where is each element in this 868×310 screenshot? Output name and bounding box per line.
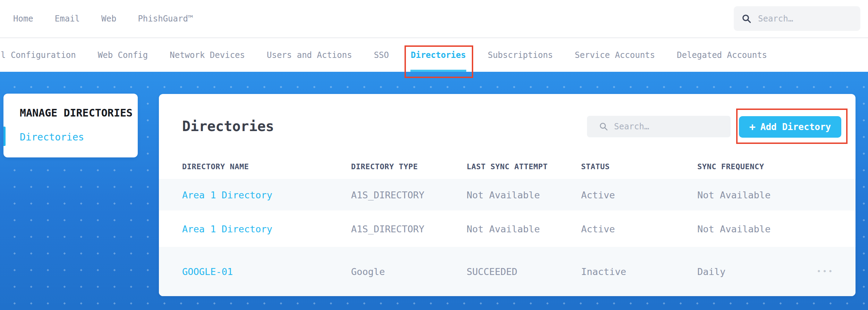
status-value: Inactive xyxy=(581,266,626,277)
tab-directories-label: Directories xyxy=(411,50,466,60)
column-header-last-sync-attempt: LAST SYNC ATTEMPT xyxy=(467,162,548,171)
sync-frequency-value: Daily xyxy=(697,266,725,277)
table-header-row: DIRECTORY NAME DIRECTORY TYPE LAST SYNC … xyxy=(159,156,856,176)
page-title: Directories xyxy=(182,118,274,134)
table-row: Area 1 Directory A1S_DIRECTORY Not Avail… xyxy=(159,179,856,210)
tab-subscriptions[interactable]: Subscriptions xyxy=(488,38,553,72)
sidebar-heading: MANAGE DIRECTORIES xyxy=(20,107,133,119)
directory-type-value: Google xyxy=(351,266,385,277)
sidebar-active-indicator xyxy=(3,127,6,146)
tab-network-devices[interactable]: Network Devices xyxy=(170,38,245,72)
sync-frequency-value: Not Available xyxy=(697,189,771,200)
nav-item-web[interactable]: Web xyxy=(101,14,116,24)
settings-tab-bar: l Configuration Web Config Network Devic… xyxy=(0,38,868,72)
status-value: Active xyxy=(581,189,615,200)
last-sync-value: Not Available xyxy=(467,189,540,200)
table-row: Area 1 Directory A1S_DIRECTORY Not Avail… xyxy=(159,210,856,247)
directories-search-input[interactable] xyxy=(614,122,711,131)
column-header-status: STATUS xyxy=(581,162,610,171)
row-actions-ellipsis-icon[interactable]: ••• xyxy=(817,267,834,276)
last-sync-value: SUCCEEDED xyxy=(467,266,517,277)
add-directory-label: Add Directory xyxy=(760,122,831,132)
tab-email-configuration[interactable]: l Configuration xyxy=(1,38,76,72)
directories-panel: Directories + Add Directory DIRECTORY NA… xyxy=(159,94,856,296)
sync-frequency-value: Not Available xyxy=(697,223,771,234)
top-nav: Home Email Web PhishGuard™ xyxy=(0,0,868,38)
tab-service-accounts[interactable]: Service Accounts xyxy=(575,38,655,72)
last-sync-value: Not Available xyxy=(467,223,540,234)
directories-search-box[interactable] xyxy=(587,116,731,137)
directory-name-link[interactable]: Area 1 Directory xyxy=(182,223,272,234)
directory-type-value: A1S_DIRECTORY xyxy=(351,223,424,234)
column-header-sync-frequency: SYNC FREQUENCY xyxy=(697,162,764,171)
sidebar-item-directories[interactable]: Directories xyxy=(20,131,84,143)
global-search-box[interactable] xyxy=(734,6,860,31)
search-icon xyxy=(599,122,609,131)
tab-users-and-actions[interactable]: Users and Actions xyxy=(267,38,352,72)
column-header-directory-type: DIRECTORY TYPE xyxy=(351,162,418,171)
directory-name-link[interactable]: GOOGLE-01 xyxy=(182,266,233,277)
search-icon xyxy=(741,14,752,24)
add-directory-button[interactable]: + Add Directory xyxy=(739,116,841,138)
content-area: MANAGE DIRECTORIES Directories Directori… xyxy=(0,72,868,310)
tab-delegated-accounts[interactable]: Delegated Accounts xyxy=(677,38,767,72)
directory-name-link[interactable]: Area 1 Directory xyxy=(182,189,272,200)
active-tab-underline xyxy=(410,70,466,72)
nav-item-phishguard[interactable]: PhishGuard™ xyxy=(138,14,193,24)
table-row: GOOGLE-01 Google SUCCEEDED Inactive Dail… xyxy=(159,247,856,296)
nav-item-email[interactable]: Email xyxy=(55,14,80,24)
tab-web-config[interactable]: Web Config xyxy=(98,38,148,72)
nav-item-home[interactable]: Home xyxy=(13,14,33,24)
manage-directories-card: MANAGE DIRECTORIES Directories xyxy=(3,94,138,157)
add-directory-button-wrap: + Add Directory xyxy=(739,116,841,138)
status-value: Active xyxy=(581,223,615,234)
global-search-input[interactable] xyxy=(758,14,845,24)
tab-directories[interactable]: Directories xyxy=(411,38,466,72)
directory-type-value: A1S_DIRECTORY xyxy=(351,189,424,200)
plus-icon: + xyxy=(749,122,756,132)
tab-sso[interactable]: SSO xyxy=(374,38,389,72)
column-header-directory-name: DIRECTORY NAME xyxy=(182,162,249,171)
